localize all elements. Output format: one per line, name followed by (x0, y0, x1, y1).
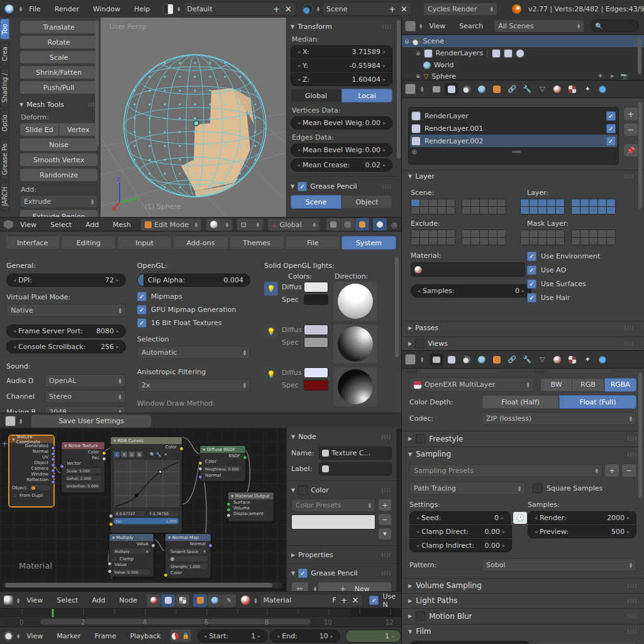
node-menu-node[interactable]: Node (113, 596, 145, 604)
noise-detail-field[interactable]: Detail: 2.000 (64, 475, 102, 482)
panel-drag-dots[interactable] (628, 452, 638, 457)
props-tab-modifiers[interactable]: 🔧 (520, 353, 534, 366)
gp-scene-button[interactable]: Scene (291, 195, 341, 209)
grease-pencil-panel-header[interactable]: ▼✓Grease Pencil (291, 180, 392, 192)
roughness-field[interactable]: Roughness: 0.000 (203, 465, 243, 472)
expand-icon[interactable]: ⊕ (416, 73, 421, 79)
scene-icon[interactable] (303, 4, 313, 14)
tab-system[interactable]: System (341, 236, 396, 250)
light1-bulb-icon[interactable]: 💡 (264, 282, 278, 296)
toolshelf-tab-tools[interactable]: Too (0, 19, 9, 40)
smooth-vertex-button[interactable]: Smooth Vertex (19, 153, 98, 167)
object-eyedrop-field[interactable] (29, 484, 51, 491)
color-checkbox[interactable] (298, 486, 308, 495)
curve-channel-b[interactable]: B (136, 451, 143, 458)
menu-render[interactable]: Render (48, 5, 86, 13)
light1-direction-widget[interactable] (333, 282, 377, 321)
props-tab-render[interactable] (430, 353, 443, 366)
curve-zoom-in-icon[interactable]: 🔍 (150, 452, 155, 457)
node-texture-coordinate[interactable]: ▼Texture Coordinate Generated Normal UV … (9, 435, 54, 507)
start-frame-field[interactable]: ◂Start: 1▸ (197, 630, 268, 643)
channels-rgb-button[interactable]: RGB (572, 378, 604, 392)
properties-panel-header[interactable]: ▶Properties (291, 548, 392, 561)
end-frame-field[interactable]: ◂End: 10▸ (270, 630, 340, 643)
multiply-value-field[interactable]: Value: 0.500 (112, 569, 151, 575)
vpm-dropdown[interactable]: Native▲▼ (6, 304, 126, 317)
node-multiply[interactable]: ▼Multiply Value Multiply▼ Clamp Value Va… (109, 533, 154, 577)
material-delete-icon[interactable]: ✕ (352, 596, 359, 605)
node-name-input[interactable]: Texture C... (319, 447, 392, 460)
node-diffuse-bsdf[interactable]: ▼Diffuse BSDF BSDF Color Roughness: 0.00… (199, 445, 246, 482)
clip-alpha-slider[interactable]: Clip Alpha: 0.004 (137, 274, 250, 287)
gpu-mipmap-checkbox[interactable]: ✓ (137, 305, 147, 314)
pixel-filter-dropdown[interactable]: Blackman-Harris ▲▼ (538, 641, 636, 644)
tab-input[interactable]: Input (117, 236, 172, 250)
pin-button[interactable]: 📌 (623, 143, 638, 157)
clamp-direct-field[interactable]: ◂Clamp Direct: 0.00▸ (409, 525, 512, 538)
mipmaps-checkbox[interactable]: ✓ (137, 292, 147, 301)
tl-menu-frame[interactable]: Frame (87, 632, 123, 640)
light3-diffuse-swatch[interactable] (304, 367, 328, 378)
render-samples-field[interactable]: ◂Render: 2000▸ (528, 511, 636, 525)
layout-add-icon[interactable]: + (273, 4, 280, 14)
color-presets-dropdown[interactable]: Color Presets ▲▼ (291, 499, 375, 512)
props-tab-scene[interactable] (460, 83, 474, 96)
views-panel-header[interactable]: ▶Views (408, 339, 635, 348)
screen-layout-icon[interactable] (163, 4, 174, 14)
props-tab-material[interactable] (550, 353, 564, 366)
tab-file[interactable]: File (286, 236, 340, 250)
panel-drag-dots[interactable] (382, 553, 392, 557)
props-tab-scene[interactable] (460, 353, 474, 366)
curve-wrench-icon[interactable]: 🔧 (156, 452, 162, 457)
node-menu-select[interactable]: Select (50, 596, 85, 604)
seed-field[interactable]: ◂Seed: 0▸ (409, 511, 511, 525)
outliner-menu-search[interactable]: Search (452, 22, 490, 30)
pivot-dropdown[interactable]: ⊡ ▲▼ (236, 218, 264, 231)
menu-window[interactable]: Window (86, 5, 127, 13)
light2-spec-swatch[interactable] (304, 337, 328, 348)
sampling-panel-header[interactable]: ▼Sampling (408, 450, 638, 458)
expand-icon[interactable]: ⊕ (416, 50, 421, 57)
edge-select-icon[interactable] (341, 218, 355, 231)
renderlayer-row-0[interactable]: RenderLayer ✓ (411, 109, 616, 122)
strength-field[interactable]: Strength: 1.000 (168, 563, 208, 570)
push-pull-button[interactable]: Push/Pull (19, 80, 98, 94)
occlude-geometry-icon[interactable] (373, 218, 387, 231)
selectability-arrow-icon[interactable]: ➤ (609, 73, 614, 79)
node-normal-map[interactable]: ▼Normal Map Normal Tangent Space▼ Streng… (165, 533, 211, 579)
panel-drag-dots[interactable] (628, 630, 638, 634)
use-nodes-checkbox[interactable]: ✓ (369, 596, 379, 605)
npanel-scrollbar[interactable] (397, 20, 401, 158)
light2-bulb-icon[interactable]: 💡 (264, 325, 278, 338)
screen-layout-field[interactable]: Default + ✕ (183, 2, 296, 16)
props-tab-data[interactable]: ▽ (535, 83, 549, 96)
shader-type-material-icon[interactable] (147, 594, 160, 607)
lock-icon[interactable]: 🔒 (180, 630, 191, 642)
editor-type-timeline-icon[interactable] (4, 631, 13, 641)
editor-type-icon[interactable] (4, 4, 14, 14)
props-tab-world[interactable] (475, 353, 489, 366)
freestyle-panel-header[interactable]: ▶Freestyle (408, 434, 638, 443)
preview-samples-field[interactable]: ◂Preview: 500▸ (528, 525, 636, 538)
np-grease-checkbox[interactable]: ✓ (298, 569, 308, 578)
vertex-select-icon[interactable] (326, 218, 340, 231)
timeline-ruler[interactable]: 0 2 4 6 8 10 12 (0, 608, 402, 627)
node-menu-view[interactable]: View (19, 596, 50, 604)
outliner-filter-dropdown[interactable]: All Scenes ▲▼ (494, 19, 584, 33)
tl-menu-playback[interactable]: Playback (123, 632, 168, 640)
toolshelf-tab-create[interactable]: Crea (0, 42, 9, 66)
material-name-field[interactable]: Material F + ✕ (259, 594, 364, 608)
props-tab-object[interactable] (490, 353, 504, 366)
transform-panel-header[interactable]: ▼Transform (291, 20, 392, 33)
layer-samples-field[interactable]: ◂Samples: 0▸ (411, 284, 531, 297)
node-panel-header[interactable]: ▼Node (291, 430, 392, 443)
tab-editing[interactable]: Editing (61, 236, 116, 250)
curve-channel-c[interactable]: C (113, 451, 120, 458)
props-tab-constraints[interactable]: 🔗 (505, 353, 519, 366)
gp-object-button[interactable]: Object (341, 195, 392, 209)
props-tab-object[interactable] (490, 83, 504, 96)
panel-drag-dots[interactable] (382, 488, 392, 492)
median-z-field[interactable]: ◂Z: 1.60404▸ (291, 73, 392, 86)
light3-spec-swatch[interactable] (304, 380, 328, 391)
curve-y-field[interactable]: Y 0.78750 (147, 510, 180, 517)
